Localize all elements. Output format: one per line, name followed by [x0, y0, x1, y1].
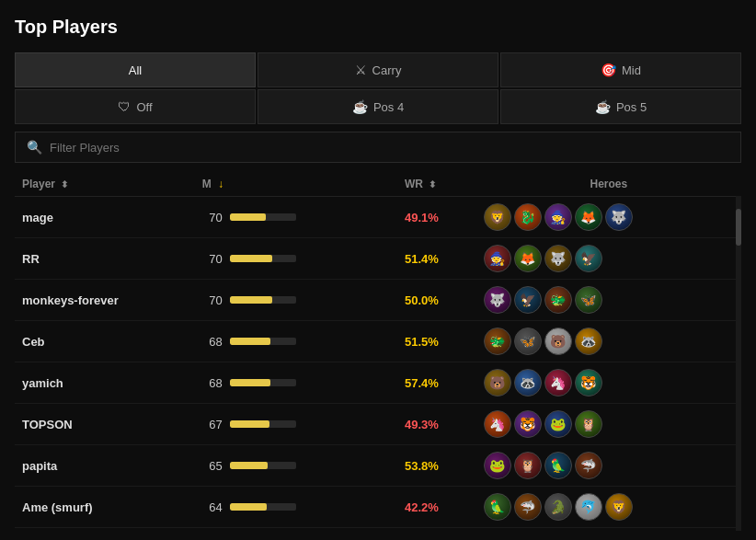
hero-icon: 🐬 — [575, 493, 602, 521]
wr-value: 50.0% — [405, 293, 439, 307]
matches-cell: 68 — [195, 321, 397, 362]
match-count: 68 — [202, 335, 223, 349]
tab-pos4[interactable]: ☕ Pos 4 — [258, 89, 498, 124]
player-name-cell: yamich — [15, 362, 195, 404]
tab-off[interactable]: 🛡 Off — [15, 89, 256, 124]
hero-icon: 🦝 — [575, 327, 602, 355]
tab-off-label: Off — [136, 100, 152, 114]
col-heroes: Heroes — [476, 172, 741, 197]
matches-bar-bg — [230, 503, 296, 511]
match-count: 67 — [202, 418, 223, 431]
matches-bar-fill — [230, 503, 267, 511]
tab-pos4-label: Pos 4 — [373, 100, 404, 114]
hero-icon: 🦜 — [484, 493, 511, 521]
wr-value: 49.3% — [405, 418, 439, 431]
match-count: 65 — [202, 459, 223, 473]
tabs-row-top: All ⚔ Carry 🎯 Mid — [15, 52, 741, 87]
tab-mid-label: Mid — [622, 63, 641, 77]
hero-icon: 🦊 — [575, 203, 602, 231]
table-row: Ceb6851.5%🐲🦋🐻🦝 — [15, 321, 741, 362]
wr-cell: 57.4% — [397, 362, 476, 404]
matches-bar-fill — [230, 379, 271, 386]
col-wr[interactable]: WR ⬍ — [397, 172, 476, 197]
page-title: Top Players — [15, 17, 741, 38]
hero-icon: 🦊 — [514, 245, 542, 272]
scrollbar-thumb[interactable] — [736, 209, 741, 246]
hero-icon: 🐲 — [484, 327, 511, 355]
search-input[interactable] — [50, 141, 729, 155]
matches-bar-fill — [230, 255, 273, 262]
wr-value: 51.5% — [405, 335, 439, 349]
table-row: Ame (smurf)6442.2%🦜🦈🐊🐬🦁 — [15, 487, 741, 528]
matches-bar-bg — [230, 296, 296, 304]
hero-icon: 🦝 — [514, 369, 542, 396]
player-name-cell: Ame (smurf) — [15, 487, 195, 528]
player-name: yamich — [22, 376, 63, 390]
player-name-cell: RR — [15, 238, 195, 280]
matches-bar-fill — [230, 420, 269, 428]
matches-bar-bg — [230, 255, 296, 262]
player-name-cell: Ceb — [15, 321, 195, 362]
hero-icon: 🦁 — [484, 203, 511, 231]
player-name: Ame (smurf) — [22, 500, 93, 514]
matches-cell: 70 — [195, 280, 397, 321]
matches-cell: 70 — [195, 238, 397, 280]
matches-bar-bg — [230, 462, 296, 469]
heroes-cell: 🐺🦅🐲🦋 — [476, 280, 741, 321]
matches-bar-bg — [230, 338, 296, 345]
sort-icon: ↓ — [218, 178, 223, 190]
tab-mid[interactable]: 🎯 Mid — [500, 52, 741, 87]
player-name: papita — [22, 459, 57, 473]
tab-carry-label: Carry — [372, 63, 402, 77]
tab-carry[interactable]: ⚔ Carry — [258, 52, 498, 87]
hero-icon: 🦉 — [514, 452, 542, 479]
main-container: Top Players All ⚔ Carry 🎯 Mid 🛡 Off ☕ Po… — [0, 0, 756, 540]
hero-icon: 🐸 — [484, 452, 511, 479]
matches-bar-bg — [230, 379, 296, 386]
player-name: TOPSON — [22, 418, 73, 431]
scrollbar-track[interactable] — [736, 172, 741, 531]
player-name: mage — [22, 211, 53, 224]
off-icon: 🛡 — [118, 99, 131, 114]
wr-value: 51.4% — [405, 252, 439, 266]
table-row: Koma6241.9%🐊🐬🦁🐉 — [15, 528, 741, 532]
heroes-cell: 🦄🐯🐸🦉 — [476, 404, 741, 445]
player-name: Ceb — [22, 335, 45, 349]
wr-value: 53.8% — [405, 459, 439, 473]
table-row: monkeys-forever7050.0%🐺🦅🐲🦋 — [15, 280, 741, 321]
matches-cell: 67 — [195, 404, 397, 445]
hero-icon: 🐊 — [544, 493, 572, 521]
matches-cell: 62 — [195, 528, 397, 532]
heroes-cell: 🦜🦈🐊🐬🦁 — [476, 487, 741, 528]
player-name-cell: Koma — [15, 528, 195, 532]
hero-icon: 🧙 — [544, 203, 572, 231]
matches-bar-fill — [230, 338, 271, 345]
heroes-cell: 🐸🦉🦜🦈 — [476, 445, 741, 487]
heroes-cell: 🧙🦊🐺🦅 — [476, 238, 741, 280]
wr-cell: 53.8% — [397, 445, 476, 487]
matches-cell: 65 — [195, 445, 397, 487]
table-row: mage7049.1%🦁🐉🧙🦊🐺 — [15, 197, 741, 238]
search-row: 🔍 — [15, 132, 741, 163]
hero-icon: 🐯 — [514, 410, 542, 438]
hero-icon: 🦈 — [575, 452, 602, 479]
hero-icon: 🐯 — [575, 369, 602, 396]
col-player[interactable]: Player ⬍ — [15, 172, 195, 197]
hero-icon: 🦅 — [514, 286, 542, 314]
hero-icon: 🧙 — [484, 245, 511, 272]
wr-cell: 49.1% — [397, 197, 476, 238]
matches-bar-bg — [230, 213, 296, 221]
tab-all[interactable]: All — [15, 52, 256, 87]
col-matches[interactable]: M ↓ — [195, 172, 397, 197]
match-count: 68 — [202, 376, 223, 390]
hero-icon: 🦋 — [575, 286, 602, 314]
hero-icon: 🐺 — [544, 245, 572, 272]
matches-cell: 70 — [195, 197, 397, 238]
wr-value: 57.4% — [405, 376, 439, 390]
hero-icon: 🦋 — [514, 327, 542, 355]
hero-icon: 🐸 — [544, 410, 572, 438]
wr-cell: 49.3% — [397, 404, 476, 445]
wr-cell: 51.4% — [397, 238, 476, 280]
matches-cell: 64 — [195, 487, 397, 528]
tab-pos5[interactable]: ☕ Pos 5 — [500, 89, 741, 124]
